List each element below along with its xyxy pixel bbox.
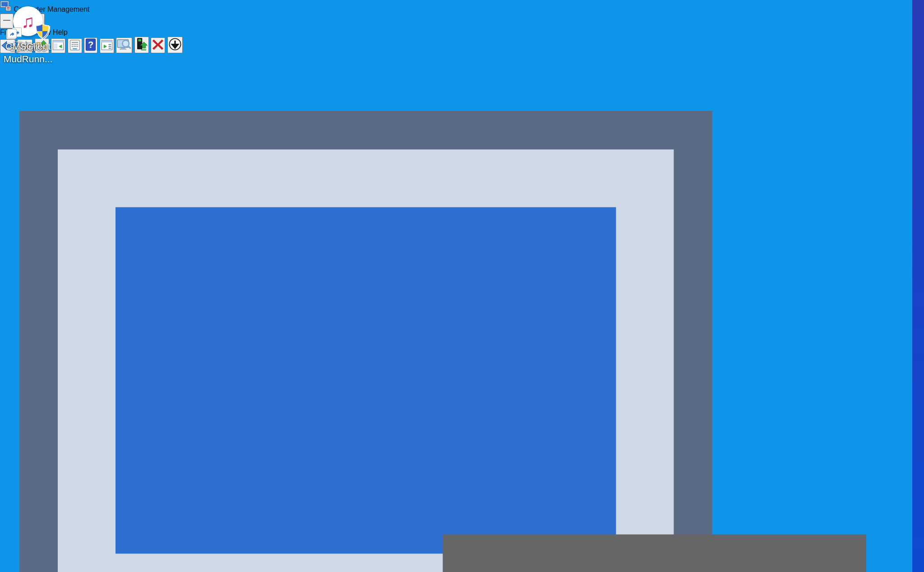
console-tree-panel: Computer Management (Local System Tools … bbox=[0, 53, 924, 572]
desktop-icon-label: CMSClient bbox=[0, 41, 56, 52]
disable-device-icon bbox=[168, 37, 182, 51]
desktop-icon-label-line2: MudRunn... bbox=[0, 53, 56, 65]
uninstall-device-icon bbox=[152, 38, 164, 51]
update-driver-button[interactable] bbox=[134, 37, 149, 53]
title-bar: Computer Management bbox=[0, 0, 924, 28]
update-driver-icon bbox=[135, 37, 148, 51]
disable-device-button[interactable] bbox=[167, 37, 183, 53]
desktop-icon-cmsclient[interactable]: CMSClient bbox=[0, 0, 56, 52]
computer-management-window: Computer Management File Action View Hel… bbox=[0, 0, 924, 572]
scan-hardware-changes-button[interactable] bbox=[116, 37, 132, 53]
scan-hardware-changes-icon bbox=[117, 38, 131, 51]
export-list-icon bbox=[69, 39, 81, 51]
toolbar: ? bbox=[0, 37, 924, 53]
help-button[interactable]: ? bbox=[84, 37, 97, 53]
uac-shield-icon bbox=[34, 23, 51, 39]
computer-icon bbox=[0, 53, 924, 572]
uninstall-device-button[interactable] bbox=[151, 37, 165, 53]
svg-text:?: ? bbox=[88, 40, 93, 50]
menu-bar: File Action View Help bbox=[0, 28, 924, 37]
desktop-wallpaper-edge bbox=[912, 0, 924, 572]
help-icon: ? bbox=[85, 38, 97, 51]
export-list-button[interactable] bbox=[68, 38, 82, 53]
tree-item-computer-management[interactable]: Computer Management (Local bbox=[0, 53, 924, 572]
show-action-pane-button[interactable] bbox=[100, 38, 114, 53]
show-action-pane-icon bbox=[101, 39, 113, 51]
shortcut-arrow-icon bbox=[7, 29, 17, 38]
